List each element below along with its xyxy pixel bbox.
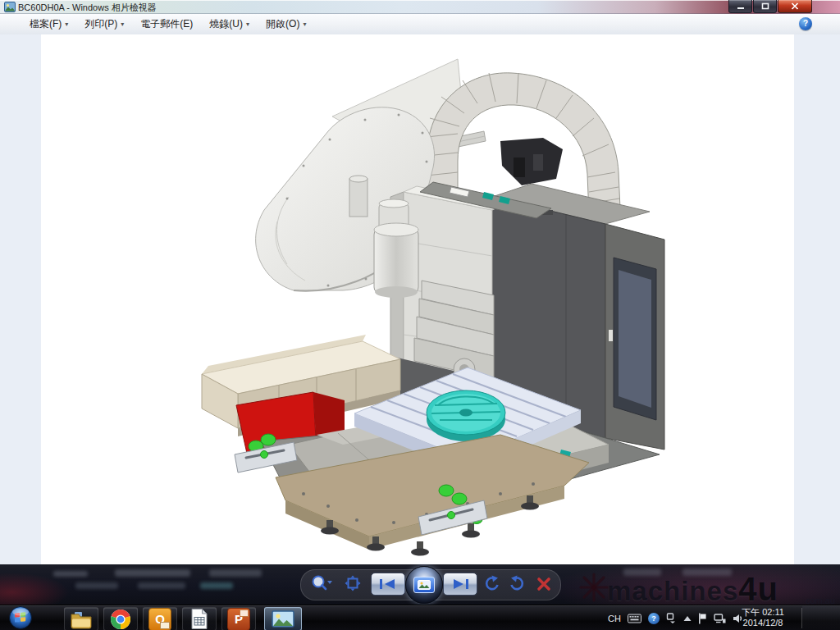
taskbar-app-photo-viewer[interactable] bbox=[264, 607, 302, 630]
network-icon[interactable] bbox=[714, 614, 726, 623]
language-indicator[interactable]: CH bbox=[608, 614, 621, 623]
powerpoint-icon: P bbox=[227, 608, 250, 630]
star-icon bbox=[579, 573, 609, 602]
chevron-down-icon: ▾ bbox=[246, 21, 249, 28]
menu-print-label: 列印(P) bbox=[84, 17, 117, 31]
actual-size-button[interactable] bbox=[345, 575, 361, 595]
chrome-icon bbox=[110, 609, 131, 630]
menu-email[interactable]: 電子郵件(E) bbox=[132, 15, 201, 34]
minimize-button[interactable] bbox=[728, 0, 752, 13]
cad-enclosure-window bbox=[619, 270, 651, 408]
help-button[interactable]: ? bbox=[799, 17, 812, 30]
taskbar-app-chrome[interactable] bbox=[103, 607, 138, 630]
chevron-down-icon: ▾ bbox=[303, 21, 306, 28]
chevron-down-icon bbox=[327, 581, 332, 584]
next-button[interactable] bbox=[443, 573, 477, 596]
watermark-4u: 4u bbox=[738, 571, 778, 607]
slide-icon bbox=[240, 609, 249, 617]
play-slideshow-button[interactable] bbox=[405, 566, 443, 604]
close-icon bbox=[791, 2, 799, 10]
maximize-button[interactable] bbox=[753, 0, 777, 13]
windows-start-icon bbox=[8, 605, 33, 630]
tray-date: 2014/12/8 bbox=[738, 618, 788, 628]
close-button[interactable] bbox=[778, 0, 812, 13]
clock[interactable]: 下午 02:11 2014/12/8 bbox=[738, 607, 788, 628]
outlook-icon: O bbox=[148, 608, 171, 630]
cad-machine-render bbox=[41, 34, 794, 564]
tray-app-icon[interactable] bbox=[666, 613, 677, 623]
menu-open-label: 開啟(O) bbox=[266, 17, 299, 31]
delete-button[interactable] bbox=[535, 575, 553, 596]
table-document-icon bbox=[189, 608, 209, 630]
menu-file-label: 檔案(F) bbox=[30, 17, 62, 31]
minimize-icon bbox=[737, 2, 745, 10]
menu-file[interactable]: 檔案(F) ▾ bbox=[21, 15, 76, 34]
photo-viewer-icon bbox=[272, 610, 294, 628]
next-icon bbox=[450, 578, 470, 590]
show-desktop-button[interactable] bbox=[802, 605, 840, 630]
slideshow-icon bbox=[413, 577, 435, 593]
previous-button[interactable] bbox=[371, 573, 405, 596]
zoom-button[interactable] bbox=[310, 574, 333, 596]
watermark-text: machines4u bbox=[607, 571, 778, 608]
show-hidden-icons-button[interactable] bbox=[683, 615, 692, 622]
taskbar-app-outlook[interactable]: O bbox=[143, 607, 177, 630]
rotate-ccw-icon bbox=[482, 574, 502, 594]
previous-icon bbox=[378, 578, 398, 590]
rotate-cw-icon bbox=[507, 574, 527, 594]
menu-open[interactable]: 開啟(O) ▾ bbox=[258, 15, 314, 34]
taskbar-app-explorer[interactable] bbox=[64, 607, 98, 630]
tray-help-icon[interactable]: ? bbox=[648, 613, 660, 624]
taskbar: O P CH ? bbox=[0, 605, 840, 630]
watermark-machines: machines bbox=[607, 576, 738, 606]
windows-explorer-icon bbox=[70, 609, 93, 629]
cad-rotary-table bbox=[427, 390, 505, 441]
taskbar-app-table-document[interactable] bbox=[182, 607, 217, 630]
chevron-down-icon: ▾ bbox=[65, 21, 68, 28]
restore-icon bbox=[761, 2, 769, 10]
tray-time: 下午 02:11 bbox=[738, 607, 788, 618]
menu-print[interactable]: 列印(P) ▾ bbox=[76, 15, 132, 34]
background-bleed bbox=[138, 582, 185, 589]
action-center-flag-icon[interactable] bbox=[698, 613, 707, 624]
menu-bar: 檔案(F) ▾ 列印(P) ▾ 電子郵件(E) 燒錄(U) ▾ 開啟(O) ▾ bbox=[0, 14, 840, 35]
start-button[interactable] bbox=[8, 605, 33, 630]
background-bleed bbox=[53, 571, 88, 577]
background-bleed bbox=[209, 569, 262, 577]
rotate-counterclockwise-button[interactable] bbox=[482, 574, 502, 597]
system-tray: CH ? bbox=[608, 605, 743, 630]
viewer-canvas bbox=[0, 34, 840, 564]
question-glyph: ? bbox=[651, 614, 656, 623]
watermark: machines4u com.au bbox=[579, 569, 840, 605]
envelope-icon bbox=[160, 622, 170, 629]
background-bleed bbox=[200, 582, 233, 589]
menu-burn[interactable]: 燒錄(U) ▾ bbox=[201, 15, 258, 34]
taskbar-app-powerpoint[interactable]: P bbox=[221, 607, 256, 630]
rotate-clockwise-button[interactable] bbox=[507, 574, 527, 597]
menu-email-label: 電子郵件(E) bbox=[140, 17, 193, 31]
menu-burn-label: 燒錄(U) bbox=[209, 17, 243, 31]
window-title: BC60DH0A - Windows 相片檢視器 bbox=[18, 2, 157, 14]
magnifier-icon bbox=[310, 574, 333, 592]
help-icon: ? bbox=[803, 19, 808, 28]
title-bar: BC60DH0A - Windows 相片檢視器 bbox=[0, 0, 840, 14]
window-controls bbox=[728, 0, 812, 13]
background-bleed bbox=[115, 569, 190, 577]
delete-x-icon bbox=[535, 575, 553, 593]
actual-size-icon bbox=[345, 575, 361, 591]
photo-cad-machine bbox=[41, 34, 794, 564]
background-bleed bbox=[75, 582, 118, 589]
chevron-down-icon: ▾ bbox=[121, 21, 124, 28]
app-icon bbox=[4, 2, 16, 12]
keyboard-icon[interactable] bbox=[628, 614, 641, 623]
